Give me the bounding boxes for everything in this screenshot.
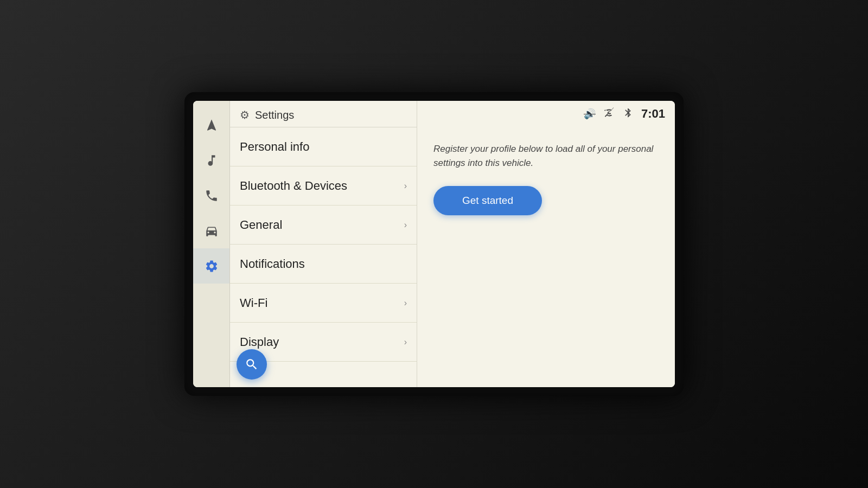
wifi-off-icon bbox=[603, 107, 615, 121]
sidebar-item-media[interactable] bbox=[193, 143, 229, 178]
menu-item-general-label: General bbox=[240, 218, 282, 232]
settings-panel-title: Settings bbox=[255, 109, 294, 121]
phone-icon bbox=[205, 189, 219, 203]
general-arrow-icon: › bbox=[404, 220, 407, 230]
content-panel: 🔊 7:01 Regist bbox=[417, 101, 675, 387]
music-icon bbox=[205, 153, 219, 168]
topbar-time: 7:01 bbox=[641, 107, 665, 121]
sidebar-item-phone[interactable] bbox=[193, 178, 229, 213]
screen-bezel: ⚙ Settings Personal info Bluetooth & Dev… bbox=[184, 92, 684, 396]
car-background: ⚙ Settings Personal info Bluetooth & Dev… bbox=[0, 0, 868, 488]
menu-item-bluetooth[interactable]: Bluetooth & Devices › bbox=[230, 166, 417, 206]
menu-list: Personal info Bluetooth & Devices › Gene… bbox=[230, 127, 417, 387]
search-icon bbox=[245, 357, 259, 371]
menu-item-personal-info[interactable]: Personal info bbox=[230, 127, 417, 166]
topbar: 🔊 7:01 bbox=[417, 101, 675, 127]
menu-item-general[interactable]: General › bbox=[230, 206, 417, 245]
bluetooth-arrow-icon: › bbox=[404, 181, 407, 191]
settings-header-icon: ⚙ bbox=[240, 108, 250, 121]
menu-item-notifications-label: Notifications bbox=[240, 257, 305, 271]
screen: ⚙ Settings Personal info Bluetooth & Dev… bbox=[193, 101, 675, 387]
mute-icon: 🔊 bbox=[584, 108, 596, 120]
sidebar-item-settings[interactable] bbox=[193, 248, 229, 284]
menu-item-wifi[interactable]: Wi-Fi › bbox=[230, 284, 417, 323]
menu-item-display-label: Display bbox=[240, 335, 279, 349]
display-arrow-icon: › bbox=[404, 337, 407, 347]
menu-item-wifi-label: Wi-Fi bbox=[240, 296, 267, 310]
gear-icon bbox=[205, 259, 219, 273]
description-text: Register your profile below to load all … bbox=[433, 142, 659, 171]
menu-item-notifications[interactable]: Notifications bbox=[230, 245, 417, 284]
sidebar-item-car[interactable] bbox=[193, 213, 229, 248]
sidebar-item-navigation[interactable] bbox=[193, 107, 229, 143]
menu-item-bluetooth-label: Bluetooth & Devices bbox=[240, 179, 347, 193]
settings-panel: ⚙ Settings Personal info Bluetooth & Dev… bbox=[230, 101, 417, 387]
sidebar bbox=[193, 101, 230, 387]
navigation-icon bbox=[205, 118, 219, 132]
get-started-button[interactable]: Get started bbox=[433, 186, 542, 215]
car-icon bbox=[205, 224, 219, 238]
settings-header: ⚙ Settings bbox=[230, 101, 417, 127]
content-body: Register your profile below to load all … bbox=[417, 127, 675, 387]
menu-item-personal-info-label: Personal info bbox=[240, 140, 309, 154]
wifi-arrow-icon: › bbox=[404, 298, 407, 308]
bluetooth-icon bbox=[623, 107, 634, 121]
search-fab-button[interactable] bbox=[237, 349, 267, 380]
